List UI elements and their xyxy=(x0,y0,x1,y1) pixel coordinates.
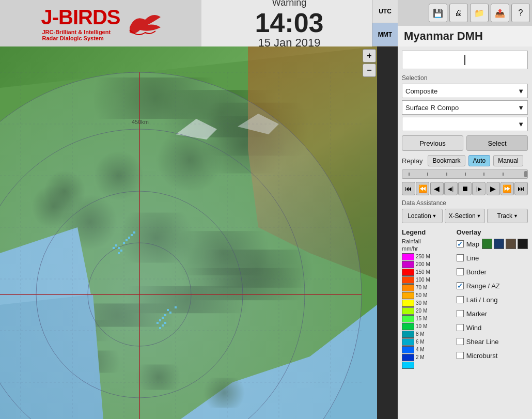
data-assistance-buttons: Location ▼ X-Section ▼ Track ▼ xyxy=(402,209,528,223)
select-button[interactable]: Select xyxy=(466,135,528,151)
bookmark-tab[interactable]: Bookmark xyxy=(428,155,465,166)
play-button[interactable]: ▶ xyxy=(487,182,500,195)
utc-mmt-panel: UTC MMT xyxy=(372,0,398,46)
tick-4 xyxy=(465,173,466,176)
overlay-checkbox[interactable] xyxy=(457,338,464,345)
overlay-items: ✓MapLineBorder✓Range / AZLati / LongMark… xyxy=(457,238,528,361)
overlay-label: Line xyxy=(466,254,479,262)
map-area[interactable]: + − xyxy=(0,46,377,419)
rainfall-label: Rainfall xyxy=(402,238,452,244)
org-name: Myanmar DMH xyxy=(404,29,483,43)
track-label: Track xyxy=(497,212,512,220)
composite-arrow-icon: ▼ xyxy=(518,87,524,95)
third-arrow-icon: ▼ xyxy=(518,120,524,128)
stop-button[interactable]: ⏹ xyxy=(458,182,472,195)
color-bar-row: 20 M xyxy=(402,307,452,315)
manual-tab[interactable]: Manual xyxy=(493,155,523,166)
skip-start-button[interactable]: ⏮ xyxy=(402,182,415,195)
zoom-out-button[interactable]: − xyxy=(363,64,376,77)
overlay-checkbox[interactable]: ✓ xyxy=(457,240,464,247)
progress-bar[interactable] xyxy=(402,169,528,179)
composite-dropdown[interactable]: Composite ▼ xyxy=(402,84,528,98)
step-back-button[interactable]: ◀| xyxy=(444,182,458,195)
color-bar-row: 150 M xyxy=(402,268,452,276)
map-swatch[interactable] xyxy=(506,239,516,249)
overlay-checkbox[interactable] xyxy=(457,268,464,275)
track-arrow-icon: ▼ xyxy=(513,213,518,219)
location-button[interactable]: Location ▼ xyxy=(402,209,443,223)
overlay-item: Wind xyxy=(457,322,528,333)
overlay-checkbox[interactable] xyxy=(457,296,464,303)
color-value: 250 M xyxy=(416,254,430,259)
export-button[interactable]: 📤 xyxy=(491,4,509,22)
third-dropdown[interactable]: ▼ xyxy=(402,117,528,131)
zoom-in-button[interactable]: + xyxy=(363,49,376,63)
color-swatch xyxy=(402,261,414,268)
save-button[interactable]: 💾 xyxy=(429,4,447,22)
color-swatch xyxy=(402,284,414,291)
tick-5 xyxy=(483,173,484,176)
color-value: 2 M xyxy=(416,354,425,360)
print-button[interactable]: 🖨 xyxy=(449,4,468,22)
overlay-checkbox[interactable] xyxy=(457,352,464,359)
color-swatch xyxy=(402,292,414,299)
color-swatch xyxy=(402,338,414,346)
cursor-caret xyxy=(464,55,465,65)
date-display: 15 Jan 2019 xyxy=(258,36,320,50)
cursor-input[interactable] xyxy=(402,51,528,69)
overlay-item: Microburst xyxy=(457,350,528,361)
header: J-BIRDS JRC-Brilliant & Intelligent Rada… xyxy=(0,0,377,46)
overlay-item: Lati / Long xyxy=(457,294,528,305)
surface-dropdown[interactable]: Surface R Compo ▼ xyxy=(402,100,528,115)
rewind-fast-button[interactable]: ⏪ xyxy=(416,182,429,195)
fast-fwd-button[interactable]: ⏩ xyxy=(500,182,514,195)
time-area: Warning 14:03 15 Jan 2019 xyxy=(201,0,377,50)
rewind-button[interactable]: ◀ xyxy=(430,182,444,195)
overlay-item: ✓Map xyxy=(457,238,528,250)
overlay-label: Range / AZ xyxy=(466,282,500,290)
folder-button[interactable]: 📁 xyxy=(470,4,489,22)
prev-select-row: Previous Select xyxy=(402,135,528,151)
overlay-label: Shear Line xyxy=(466,338,499,346)
overlay-label: Lati / Long xyxy=(466,296,498,304)
track-button[interactable]: Track ▼ xyxy=(487,209,528,223)
tick-3 xyxy=(446,173,447,176)
utc-button[interactable]: UTC xyxy=(372,0,398,23)
auto-tab[interactable]: Auto xyxy=(468,155,491,166)
overlay-item: Shear Line xyxy=(457,336,528,347)
map-swatch[interactable] xyxy=(482,239,492,249)
overlay-checkbox[interactable] xyxy=(457,254,464,261)
step-fwd-button[interactable]: |▶ xyxy=(472,182,486,195)
color-bar-row: 250 M xyxy=(402,253,452,260)
map-swatch[interactable] xyxy=(494,239,504,249)
color-swatch xyxy=(402,346,414,353)
color-value: 50 M xyxy=(416,292,427,298)
xsection-button[interactable]: X-Section ▼ xyxy=(445,209,486,223)
color-bar-row: 70 M xyxy=(402,284,452,291)
overlay-checkbox[interactable] xyxy=(457,324,464,331)
tick-6 xyxy=(503,173,504,176)
color-swatch xyxy=(402,307,414,315)
color-value: 100 M xyxy=(416,277,430,283)
map-swatch[interactable] xyxy=(518,239,528,249)
overlay-label: Marker xyxy=(466,310,487,318)
color-bar-row: 100 M xyxy=(402,276,452,284)
help-button[interactable]: ? xyxy=(511,4,530,22)
color-value: 10 M xyxy=(416,323,427,329)
tick-2 xyxy=(427,173,428,176)
overlay-label: Wind xyxy=(466,324,482,332)
overlay-checkbox[interactable]: ✓ xyxy=(457,282,464,289)
mmt-button[interactable]: MMT xyxy=(372,23,398,46)
replay-label: Replay xyxy=(402,157,423,165)
color-value: 6 M xyxy=(416,339,425,345)
color-bar: 250 M200 M150 M100 M70 M50 M30 M20 M15 M… xyxy=(402,253,452,369)
logo-bird-icon xyxy=(124,9,166,38)
skip-end-button[interactable]: ⏭ xyxy=(514,182,528,195)
location-arrow-icon: ▼ xyxy=(432,213,437,219)
color-value: 200 M xyxy=(416,261,430,267)
zoom-controls: + − xyxy=(363,49,377,77)
location-label: Location xyxy=(408,212,431,220)
previous-button[interactable]: Previous xyxy=(402,135,463,151)
overlay-checkbox[interactable] xyxy=(457,310,464,317)
color-value: 20 M xyxy=(416,308,427,314)
